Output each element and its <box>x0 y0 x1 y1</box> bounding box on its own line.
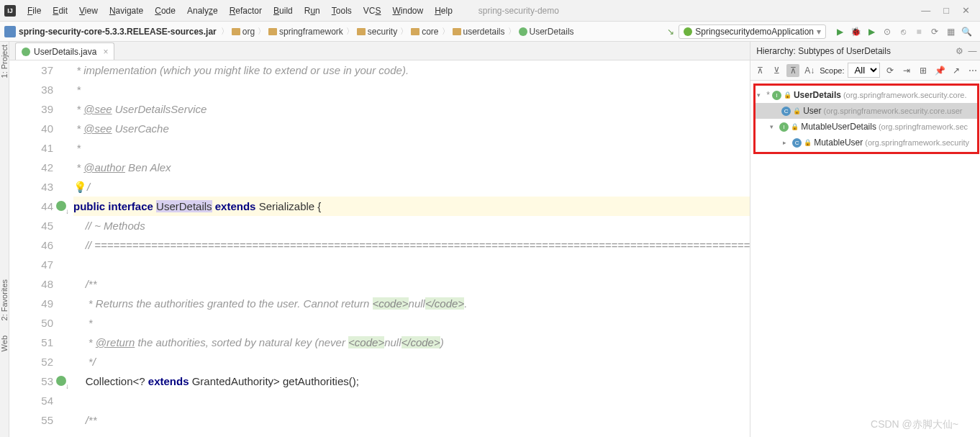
autoscroll-icon[interactable]: ⇥ <box>900 64 913 77</box>
class-icon: C <box>792 138 802 148</box>
menu-refactor[interactable]: Refactor <box>225 4 266 18</box>
titlebar: IJ File Edit View Navigate Code Analyze … <box>0 0 980 22</box>
close-button[interactable]: ✕ <box>962 5 970 16</box>
menu-window[interactable]: Window <box>388 4 427 18</box>
code-editor[interactable]: 3738394041424344↓454647484950515253↓5455… <box>9 60 750 437</box>
crumb-core[interactable]: core <box>411 27 438 37</box>
run-config-selector[interactable]: SpringsecuritydemoApplication ▾ <box>679 24 826 39</box>
hierarchy-panel: Hierarchy: Subtypes of UserDetails ⚙ — ⊼… <box>750 42 980 437</box>
close-tab-icon[interactable]: × <box>103 47 108 57</box>
minimize-button[interactable]: — <box>921 5 930 16</box>
crumb-userdetails[interactable]: userdetails <box>453 27 505 37</box>
folder-icon <box>411 28 419 35</box>
supertypes-icon[interactable]: ⊻ <box>770 64 783 77</box>
lock-icon: 🔒 <box>791 119 799 135</box>
menu-edit[interactable]: Edit <box>48 4 72 18</box>
structure-icon[interactable]: ▦ <box>945 27 956 37</box>
tab-userdetails[interactable]: UserDetails.java × <box>15 42 114 60</box>
interface-icon: I <box>772 91 781 100</box>
left-tool-strip: 1: Project 2: Favorites Web <box>0 42 9 437</box>
code-content[interactable]: * implementation (which you might like t… <box>71 60 750 437</box>
refresh-icon[interactable]: ⟳ <box>884 64 897 77</box>
scope-selector[interactable]: All <box>848 63 880 78</box>
window-title: spring-security-demo <box>478 6 559 16</box>
highlight-box: ▾ * I 🔒 UserDetails (org.springframework… <box>753 84 979 154</box>
collapse-icon[interactable]: ▾ <box>757 87 764 103</box>
intention-bulb-icon[interactable]: 💡 <box>73 181 87 193</box>
expand-icon[interactable]: ⊞ <box>917 64 930 77</box>
menu-help[interactable]: Help <box>430 4 457 18</box>
jar-icon <box>4 26 16 37</box>
menu-code[interactable]: Code <box>150 4 180 18</box>
menu-tools[interactable]: Tools <box>327 4 356 18</box>
expand-icon[interactable]: ▸ <box>783 135 790 150</box>
crumb-userdetails-class[interactable]: UserDetails <box>519 27 574 37</box>
navigation-bar: spring-security-core-5.3.3.RELEASE-sourc… <box>0 22 980 42</box>
sort-icon[interactable]: A↓ <box>803 64 816 77</box>
search-icon[interactable]: 🔍 <box>961 27 971 37</box>
git-update-icon[interactable]: ⟳ <box>930 27 940 37</box>
tree-node-userdetails[interactable]: ▾ * I 🔒 UserDetails (org.springframework… <box>756 87 977 103</box>
menu-run[interactable]: Run <box>300 4 325 18</box>
menu-analyze[interactable]: Analyze <box>183 4 222 18</box>
profile-icon[interactable]: ⊙ <box>882 27 892 37</box>
collapse-icon[interactable]: ▾ <box>770 119 777 135</box>
hierarchy-tree[interactable]: ▾ * I 🔒 UserDetails (org.springframework… <box>750 81 980 437</box>
run-icon[interactable]: ▶ <box>835 27 845 37</box>
build-hammer-icon[interactable]: ↘ <box>667 27 674 37</box>
editor-tabs: UserDetails.java × <box>9 42 750 60</box>
left-tool-project[interactable]: 1: Project <box>0 45 9 78</box>
menu-file[interactable]: File <box>23 4 45 18</box>
coverage-icon[interactable]: ▶ <box>866 27 876 37</box>
debug-icon[interactable]: 🐞 <box>850 27 861 37</box>
toolbar-run-icons: ▶ 🐞 ▶ ⊙ ⎋ ■ ⟳ ▦ 🔍 <box>830 27 976 37</box>
pin-icon[interactable]: 📌 <box>933 64 946 77</box>
tree-node-user[interactable]: C 🔒 User (org.springframework.security.c… <box>756 103 977 119</box>
folder-icon <box>357 28 366 35</box>
left-tool-favorites[interactable]: 2: Favorites <box>0 279 9 320</box>
stop-icon[interactable]: ■ <box>914 27 924 37</box>
nav-root[interactable]: spring-security-core-5.3.3.RELEASE-sourc… <box>19 27 217 37</box>
crumb-sep: 〉 <box>221 26 229 37</box>
watermark: CSDN @赤脚大仙~ <box>871 418 958 431</box>
hide-icon[interactable]: — <box>968 46 976 56</box>
crumb-security[interactable]: security <box>357 27 397 37</box>
class-icon: C <box>781 107 791 116</box>
folder-icon <box>268 28 277 35</box>
tree-node-mutableuserdetails[interactable]: ▾ I 🔒 MutableUserDetails (org.springfram… <box>756 119 977 135</box>
tree-node-mutableuser[interactable]: ▸ C 🔒 MutableUser (org.springframework.s… <box>756 135 977 150</box>
menu-view[interactable]: View <box>75 4 102 18</box>
lock-icon: 🔒 <box>804 135 812 150</box>
more-icon[interactable]: ⋯ <box>966 64 979 77</box>
class-hierarchy-icon[interactable]: ⊼ <box>753 64 766 77</box>
interface-icon <box>22 48 30 56</box>
left-tool-web[interactable]: Web <box>0 335 9 351</box>
crumb-springframework[interactable]: springframework <box>268 27 343 37</box>
maximize-button[interactable]: □ <box>943 5 949 16</box>
app-logo: IJ <box>4 5 16 17</box>
hierarchy-title: Hierarchy: Subtypes of UserDetails ⚙ — <box>750 42 980 60</box>
main-content: 1: Project 2: Favorites Web UserDetails.… <box>0 42 980 437</box>
folder-icon <box>453 28 461 35</box>
main-menu: File Edit View Navigate Code Analyze Ref… <box>23 4 457 18</box>
menu-vcs[interactable]: VCS <box>359 4 386 18</box>
menu-navigate[interactable]: Navigate <box>105 4 148 18</box>
interface-icon <box>519 27 527 36</box>
attach-icon[interactable]: ⎋ <box>898 27 908 37</box>
spring-icon <box>684 27 692 36</box>
window-controls: — □ ✕ <box>921 5 976 16</box>
lock-icon: 🔒 <box>793 103 801 119</box>
interface-icon: I <box>779 122 789 132</box>
scope-label: Scope: <box>820 66 844 75</box>
gear-icon[interactable]: ⚙ <box>956 46 963 56</box>
lock-icon: 🔒 <box>784 87 791 103</box>
chevron-down-icon: ▾ <box>817 27 821 37</box>
hierarchy-toolbar: ⊼ ⊻ ⊼ A↓ Scope: All ⟳ ⇥ ⊞ 📌 ↗ ⋯ <box>750 60 980 81</box>
crumb-org[interactable]: org <box>232 27 255 37</box>
editor-area: UserDetails.java × 3738394041424344↓4546… <box>9 42 750 437</box>
folder-icon <box>232 28 240 35</box>
line-gutter: 3738394041424344↓454647484950515253↓5455 <box>9 60 71 437</box>
export-icon[interactable]: ↗ <box>950 64 963 77</box>
subtypes-icon[interactable]: ⊼ <box>786 64 799 77</box>
menu-build[interactable]: Build <box>269 4 297 18</box>
